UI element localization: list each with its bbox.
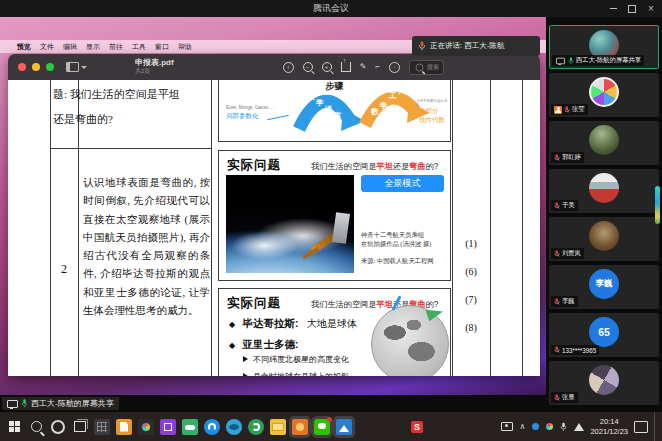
tray-color-icon[interactable] (546, 423, 553, 430)
share-banner: 西工大-陈航的屏幕共享 (0, 395, 546, 412)
table-line (490, 80, 491, 376)
participant-name: 于美 (562, 201, 575, 210)
taskbar-app-onenote[interactable] (160, 419, 176, 435)
search-button[interactable] (25, 412, 47, 441)
host-badge-icon (554, 106, 562, 114)
menu-go[interactable]: 前往 (109, 42, 123, 52)
taskbar-app-docs-active[interactable] (336, 419, 352, 435)
bullet-text: 大地是球体 (307, 318, 357, 329)
mic-muted-icon (554, 202, 560, 210)
pdf-document[interactable]: 题: 我们生活的空间是平坦 还是弯曲的? 2 认识地球表面是弯曲的, 按时间倒叙… (8, 80, 540, 376)
pdf-subtitle: 共2页 (135, 68, 174, 75)
taskbar-app-qq[interactable] (204, 419, 220, 435)
taskbar-app-file-explorer[interactable] (270, 419, 286, 435)
diamond-bullet-icon: ◆ (229, 341, 235, 350)
participant-tile[interactable]: 李巍 李巍 (549, 265, 659, 309)
sidebar-toggle-button[interactable] (66, 62, 87, 72)
slide-question: 我们生活的空间是平坦还是弯曲的? (311, 161, 438, 172)
mic-muted-icon (554, 346, 560, 354)
photo-source: 来源: 中国载人航天工程网 (361, 257, 434, 266)
start-button[interactable] (3, 412, 25, 441)
mic-on-icon (21, 399, 28, 408)
speaking-toast-text: 正在讲话: 西工大-陈航 (430, 41, 504, 51)
mac-close-button[interactable] (18, 63, 26, 71)
show-desktop-button[interactable] (654, 412, 659, 441)
panorama-mode-button[interactable]: 全景模式 (361, 175, 444, 192)
cortana-icon (51, 420, 65, 434)
taskbar-app-browser[interactable] (248, 419, 264, 435)
highlight-icon[interactable]: ◦ (389, 62, 400, 73)
participant-tile[interactable]: 张莹 (549, 73, 659, 117)
zoom-out-icon[interactable]: − (303, 62, 313, 72)
menu-file[interactable]: 文件 (40, 42, 54, 52)
menu-preview[interactable]: 预览 (17, 42, 31, 52)
participant-tile[interactable]: 65 133****3965 (549, 313, 659, 357)
arrow2-char: 学 (380, 101, 388, 111)
screen-share-icon (556, 57, 565, 63)
participant-name: 张显 (562, 393, 575, 402)
meeting-titlebar: 腾讯会议 × (0, 0, 662, 17)
doc-margin-numbers: (1) (6) (7) (8) (452, 230, 490, 342)
avatar (589, 125, 619, 155)
doc-row-number: 2 (50, 262, 78, 277)
network-icon[interactable] (574, 423, 584, 431)
taskbar-app-edge[interactable] (226, 419, 242, 435)
sub-bullet-text: 不同纬度北极星的高度变化 (253, 355, 349, 364)
search-placeholder: 搜索 (427, 63, 439, 72)
mac-minimize-button[interactable] (32, 63, 40, 71)
task-view-button[interactable] (69, 412, 91, 441)
maximize-button[interactable] (623, 0, 641, 17)
menu-tools[interactable]: 工具 (132, 42, 146, 52)
triangle-bullet-icon (243, 356, 248, 362)
tray-app-icon[interactable] (532, 423, 539, 430)
info-icon[interactable]: i (283, 62, 294, 73)
minimize-button[interactable] (604, 0, 622, 17)
participant-tile[interactable]: 张显 (549, 361, 659, 405)
participant-tile[interactable]: 刘贾岚 (549, 217, 659, 261)
markup-pen-icon[interactable]: ✎ (360, 63, 367, 71)
sub-bullet-1: 不同纬度北极星的高度变化 (243, 354, 349, 365)
menu-view[interactable]: 显示 (86, 42, 100, 52)
menu-window[interactable]: 窗口 (155, 42, 169, 52)
menu-edit[interactable]: 编辑 (63, 42, 77, 52)
tray-mic-icon[interactable] (560, 422, 567, 432)
avatar: 李巍 (589, 269, 619, 299)
taskbar-app-weiyun[interactable] (182, 419, 198, 435)
margin-number: (1) (452, 230, 490, 258)
triangle-bullet-icon (243, 373, 248, 376)
menu-help[interactable]: 帮助 (178, 42, 192, 52)
bullet-label: 毕达哥拉斯: (243, 317, 299, 329)
cortana-button[interactable] (47, 412, 69, 441)
taskbar-app-wechat-active[interactable] (314, 419, 330, 435)
rotate-icon[interactable]: ⌐ (375, 63, 380, 71)
taskbar-app-calculator[interactable] (94, 419, 110, 435)
question-curved: 弯曲 (409, 162, 425, 171)
participant-name-chip: 张莹 (551, 104, 588, 115)
slide-heading: 实际问题 (227, 157, 281, 174)
pdf-search-field[interactable]: 搜索 (409, 60, 444, 75)
table-line (522, 80, 523, 376)
participant-name: 郭红婷 (562, 153, 581, 162)
zoom-in-icon[interactable]: + (322, 62, 332, 72)
participant-tile[interactable]: 西工大-陈航的屏幕共享 (549, 25, 659, 69)
share-icon[interactable] (341, 62, 351, 72)
participant-tile[interactable]: 于美 (549, 169, 659, 213)
participants-sidebar[interactable]: 西工大-陈航的屏幕共享 张莹 郭红婷 (546, 17, 662, 412)
floating-toolbar[interactable] (655, 186, 660, 224)
shared-screen-view: 预览 文件 编辑 显示 前往 工具 窗口 帮助 正在讲话: 西工大-陈航 (0, 17, 546, 395)
taskbar-app-powerpoint[interactable] (116, 419, 132, 435)
action-center-icon[interactable] (634, 421, 648, 433)
taskbar-app-media[interactable] (138, 419, 154, 435)
taskbar-clock[interactable]: 20:14 2021/12/23 (590, 417, 628, 437)
participant-name: 西工大-陈航的屏幕共享 (576, 56, 641, 65)
participant-tile[interactable]: 郭红婷 (549, 121, 659, 165)
close-button[interactable]: × (642, 0, 660, 17)
input-method-indicator[interactable]: S (411, 421, 423, 433)
screenshot-tray-icon[interactable] (501, 422, 513, 431)
mac-zoom-button[interactable] (46, 63, 54, 71)
taskbar-app-meeting-active[interactable] (292, 419, 308, 435)
tray-expand-icon[interactable]: ∧ (520, 423, 526, 431)
participant-name-chip: 张显 (551, 392, 578, 403)
sub-bullet-text: 月食时地球在月球上的投影 (253, 372, 349, 376)
question-mid: 还是 (393, 162, 409, 171)
